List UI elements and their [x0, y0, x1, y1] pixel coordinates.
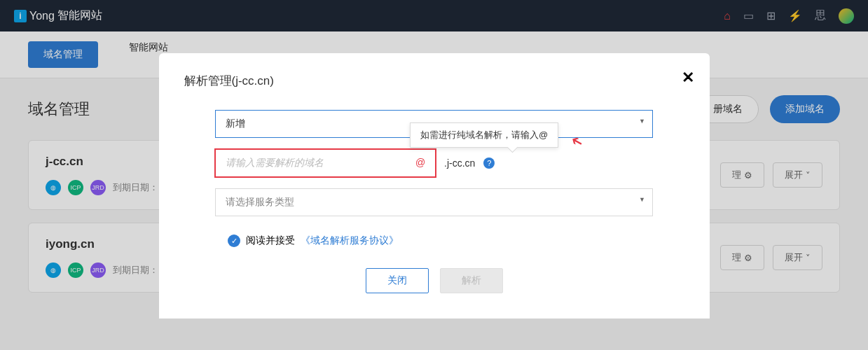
domain-input[interactable]: 请输入需要解析的域名 @ — [215, 149, 436, 177]
agreement-row: ✓ 阅读并接受 《域名解析服务协议》 — [228, 234, 653, 247]
close-icon[interactable]: ✕ — [682, 69, 694, 87]
help-icon[interactable]: ? — [483, 158, 495, 169]
agreement-prefix: 阅读并接受 — [246, 234, 295, 247]
tooltip: 如需进行纯域名解析，请输入@ — [410, 122, 558, 148]
resolve-button[interactable]: 解析 — [440, 268, 503, 293]
agreement-link[interactable]: 《域名解析服务协议》 — [301, 234, 399, 247]
close-button[interactable]: 关闭 — [366, 268, 429, 293]
modal-title: 解析管理(j-cc.cn) — [184, 73, 684, 89]
check-icon[interactable]: ✓ — [228, 234, 240, 247]
domain-suffix: .j-cc.cn — [444, 158, 475, 169]
modal-dns-manage: 解析管理(j-cc.cn) ✕ 新增 如需进行纯域名解析，请输入@ ➔ 请输入需… — [159, 53, 710, 318]
modal-backdrop: 解析管理(j-cc.cn) ✕ 新增 如需进行纯域名解析，请输入@ ➔ 请输入需… — [0, 0, 868, 350]
select-service-type[interactable]: 请选择服务类型 — [215, 188, 653, 216]
